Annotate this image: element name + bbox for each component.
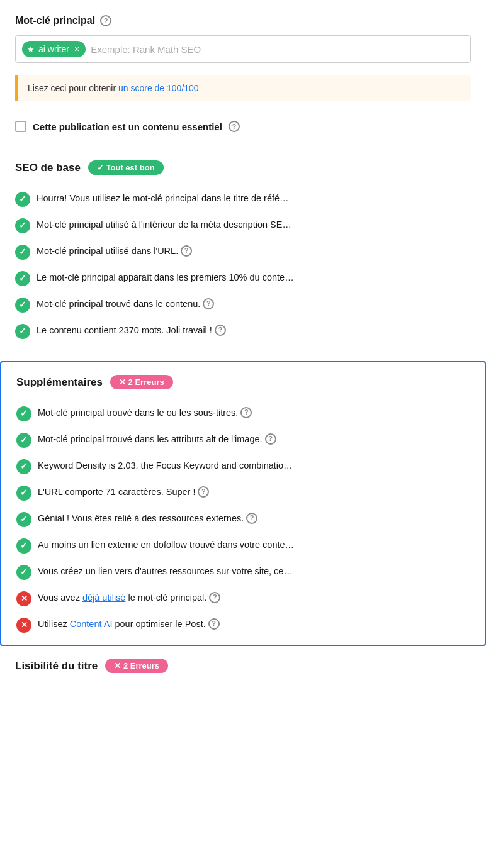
supp-item-7-text: Vous créez un lien vers d'autres ressour… (38, 565, 470, 577)
supp-item-6-text: Au moins un lien externe en dofollow tro… (38, 538, 470, 551)
seo-base-title: SEO de base (15, 162, 81, 174)
supp-item-1: Mot-clé principal trouvé dans le ou les … (16, 401, 470, 427)
supplementaires-badge: ✕ 2 Erreurs (110, 375, 173, 389)
seo-item-1-text: Hourra! Vous utilisez le mot-clé princip… (37, 192, 471, 204)
supp-item-4-text: L'URL comporte 71 caractères. Super ! ? (38, 486, 470, 498)
seo-item-4: Le mot-clé principal apparaît dans les p… (15, 265, 471, 292)
supp-item-1-help[interactable]: ? (240, 407, 252, 418)
supp-item-6: Au moins un lien externe en dofollow tro… (16, 533, 470, 559)
seo-item-4-text: Le mot-clé principal apparaît dans les p… (37, 271, 471, 284)
seo-item-3: Mot-clé principal utilisé dans l'URL. ? (15, 239, 471, 265)
check-icon-green (16, 512, 31, 527)
supp-item-1-text: Mot-clé principal trouvé dans le ou les … (38, 406, 470, 419)
check-icon-green (16, 486, 31, 501)
seo-base-header: SEO de base ✓ Tout est bon (15, 160, 471, 175)
seo-item-3-help[interactable]: ? (181, 245, 192, 257)
mot-cle-title: Mot-clé principal (15, 15, 95, 26)
lisibilite-badge: ✕ 2 Erreurs (105, 659, 168, 673)
supp-item-8-help[interactable]: ? (209, 592, 220, 603)
supp-item-5: Génial ! Vous êtes relié à des ressource… (16, 506, 470, 533)
seo-item-1: Hourra! Vous utilisez le mot-clé princip… (15, 186, 471, 213)
essentiel-label: Cette publication est un contenu essenti… (33, 121, 222, 132)
check-icon-green (15, 245, 30, 260)
supp-item-8-text: Vous avez déjà utilisé le mot-clé princi… (38, 591, 470, 604)
supp-item-2: Mot-clé principal trouvé dans les attrib… (16, 427, 470, 453)
seo-item-5-help[interactable]: ? (203, 298, 214, 309)
seo-item-3-text: Mot-clé principal utilisé dans l'URL. ? (37, 245, 471, 257)
check-icon-green (15, 324, 30, 339)
supplementaires-list: Mot-clé principal trouvé dans le ou les … (16, 401, 470, 638)
seo-item-6-help[interactable]: ? (215, 325, 226, 336)
mot-cle-label: Mot-clé principal ? (15, 15, 471, 26)
supp-item-3: Keyword Density is 2.03, the Focus Keywo… (16, 453, 470, 480)
warning-link[interactable]: un score de 100/100 (118, 83, 199, 93)
warning-banner: Lisez ceci pour obtenir un score de 100/… (15, 75, 471, 101)
essentiel-checkbox[interactable] (15, 121, 26, 132)
supp-item-9-text: Utilisez Content AI pour optimiser le Po… (38, 618, 470, 630)
seo-base-list: Hourra! Vous utilisez le mot-clé princip… (15, 186, 471, 345)
supp-item-9-help[interactable]: ? (208, 618, 220, 630)
check-icon-red (16, 618, 31, 633)
check-icon-green (15, 218, 30, 233)
check-icon-green (16, 538, 31, 554)
keyword-input-row[interactable]: ★ ai writer × Exemple: Rank Math SEO (15, 35, 471, 63)
keyword-placeholder[interactable]: Exemple: Rank Math SEO (91, 44, 464, 55)
keyword-tag-text: ai writer (38, 44, 69, 54)
seo-base-section: SEO de base ✓ Tout est bon Hourra! Vous … (0, 145, 486, 351)
mot-cle-section: Mot-clé principal ? ★ ai writer × Exempl… (0, 0, 486, 75)
supp-item-8: Vous avez déjà utilisé le mot-clé princi… (16, 586, 470, 612)
seo-item-6-text: Le contenu contient 2370 mots. Joli trav… (37, 324, 471, 337)
keyword-tag: ★ ai writer × (22, 41, 86, 57)
check-icon-green (15, 192, 30, 207)
supp-item-7: Vous créez un lien vers d'autres ressour… (16, 559, 470, 586)
check-icon-green (16, 565, 31, 580)
supp-item-4: L'URL comporte 71 caractères. Super ! ? (16, 480, 470, 506)
supp-item-9: Utilisez Content AI pour optimiser le Po… (16, 612, 470, 638)
check-icon-green (15, 271, 30, 286)
check-icon-red (16, 591, 31, 606)
supp-item-2-text: Mot-clé principal trouvé dans les attrib… (38, 433, 470, 445)
supplementaires-section: Supplémentaires ✕ 2 Erreurs Mot-clé prin… (0, 361, 486, 646)
supplementaires-header: Supplémentaires ✕ 2 Erreurs (16, 375, 470, 389)
check-icon-green (16, 433, 31, 448)
supp-item-4-help[interactable]: ? (198, 486, 209, 498)
supp-item-3-text: Keyword Density is 2.03, the Focus Keywo… (38, 459, 470, 472)
mot-cle-help-icon[interactable]: ? (100, 15, 111, 26)
essentiel-row: Cette publication est un contenu essenti… (0, 113, 486, 145)
check-icon-green (15, 298, 30, 313)
deja-utilise-link[interactable]: déjà utilisé (82, 591, 126, 604)
check-icon-green (16, 406, 31, 421)
check-icon-green (16, 459, 31, 474)
lisibilite-title: Lisibilité du titre (15, 660, 98, 672)
seo-base-badge: ✓ Tout est bon (88, 160, 164, 175)
star-icon: ★ (27, 45, 35, 54)
supp-item-5-text: Génial ! Vous êtes relié à des ressource… (38, 512, 470, 525)
supp-item-2-help[interactable]: ? (265, 433, 276, 445)
supplementaires-title: Supplémentaires (16, 376, 103, 389)
warning-text-before: Lisez ceci pour obtenir (28, 83, 118, 93)
seo-item-2-text: Mot-clé principal utilisé à l'intérieur … (37, 218, 471, 231)
supp-item-5-help[interactable]: ? (246, 513, 257, 524)
seo-item-5-text: Mot-clé principal trouvé dans le contenu… (37, 298, 471, 310)
seo-item-2: Mot-clé principal utilisé à l'intérieur … (15, 213, 471, 239)
keyword-remove-button[interactable]: × (74, 45, 79, 53)
seo-item-5: Mot-clé principal trouvé dans le contenu… (15, 292, 471, 318)
seo-item-6: Le contenu contient 2370 mots. Joli trav… (15, 318, 471, 345)
lisibilite-header: Lisibilité du titre ✕ 2 Erreurs (15, 659, 471, 673)
lisibilite-section: Lisibilité du titre ✕ 2 Erreurs (0, 646, 486, 691)
content-ai-link[interactable]: Content AI (70, 618, 113, 630)
essentiel-help-icon[interactable]: ? (229, 121, 240, 132)
